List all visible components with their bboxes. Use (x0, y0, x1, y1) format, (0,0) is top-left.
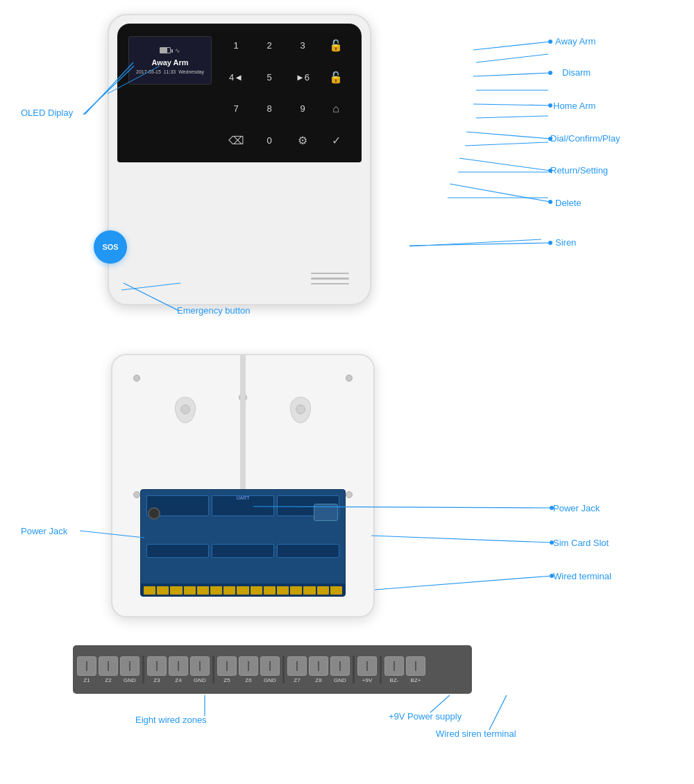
terminal-bz-plus: BZ+ (406, 656, 425, 683)
terminal-screw-gnd1[interactable] (120, 656, 139, 676)
key-away-arm[interactable]: 🔓 (325, 35, 346, 56)
terminal-z2: Z2 (99, 656, 118, 683)
power-jack-right-label: Power Jack (553, 503, 600, 515)
pcb-terminals (141, 583, 345, 596)
terminal-screw-z6[interactable] (239, 656, 258, 676)
siren-label: Siren (555, 237, 576, 249)
terminal-screw-bz-plus[interactable] (406, 656, 425, 676)
disarm-label: Disarm (562, 67, 591, 79)
key-2[interactable]: 2 (259, 35, 280, 56)
screw-tl (133, 375, 140, 382)
screen-area: ∿ Away Arm 2017-03-15 11:33 Wednesday 1 … (117, 24, 362, 162)
terminal-strip-section: Z1 Z2 GND Z3 Z4 (0, 638, 694, 784)
pcb-chip-5 (212, 544, 274, 558)
svg-line-34 (430, 695, 450, 713)
terminal-z5: Z5 (217, 656, 237, 683)
oled-display: ∿ Away Arm 2017-03-15 11:33 Wednesday (128, 36, 212, 85)
emergency-label: Emergency button (177, 305, 251, 317)
oled-status-text: Away Arm (151, 58, 188, 67)
svg-line-29 (375, 576, 552, 590)
pcb-components (146, 495, 339, 582)
terminal-screw-z3[interactable] (147, 656, 167, 676)
battery-icon (160, 47, 171, 53)
terminal-9v: +9V (357, 656, 377, 683)
terminal-screw-z1[interactable] (77, 656, 96, 676)
screw-br (346, 491, 353, 498)
sim-slot (314, 504, 338, 521)
svg-line-35 (489, 695, 507, 730)
device-front: ∿ Away Arm 2017-03-15 11:33 Wednesday 1 … (108, 14, 371, 305)
return-setting-label: Return/Setting (550, 165, 608, 177)
terminal-gnd1: GND (120, 656, 139, 683)
svg-line-7 (409, 239, 541, 246)
terminal-z7: Z7 (287, 656, 307, 683)
terminal-screw-z7[interactable] (287, 656, 307, 676)
sos-button[interactable]: SOS (94, 230, 127, 264)
wired-terminal-label: Wired terminal (553, 571, 611, 583)
wifi-icon: ∿ (175, 47, 180, 54)
terminal-gnd3: GND (260, 656, 280, 683)
svg-line-28 (371, 536, 552, 543)
sos-label: SOS (102, 243, 118, 251)
terminal-gnd2: GND (190, 656, 210, 683)
terminal-z8: Z8 (309, 656, 328, 683)
uart-label: UART (237, 495, 250, 500)
dial-confirm-label: Dial/Confirm/Play (550, 133, 620, 145)
key-setting[interactable]: ⚙ (292, 130, 313, 151)
terminal-screw-z4[interactable] (169, 656, 188, 676)
siren-grill (311, 273, 349, 285)
svg-line-3 (476, 116, 548, 118)
mounting-tab (240, 355, 246, 499)
terminal-z3: Z3 (147, 656, 167, 683)
terminal-screw-gnd3[interactable] (260, 656, 280, 676)
terminal-screw-z5[interactable] (217, 656, 237, 676)
terminal-strip: Z1 Z2 GND Z3 Z4 (73, 645, 472, 694)
svg-line-1 (476, 54, 548, 62)
key-disarm[interactable]: 🔓 (325, 67, 346, 87)
wired-siren-label: Wired siren terminal (436, 728, 516, 740)
away-arm-label: Away Arm (555, 36, 595, 48)
key-6[interactable]: ►6 (292, 67, 313, 87)
key-delete[interactable]: ⌫ (226, 130, 246, 151)
key-7[interactable]: 7 (226, 99, 246, 119)
back-panel-section: UART Power Jack Power Jack Sim Card Slot… (0, 340, 694, 638)
key-5[interactable]: 5 (259, 67, 280, 87)
terminal-screw-bz-minus[interactable] (384, 656, 404, 676)
device-back: UART (111, 354, 375, 617)
key-4[interactable]: 4◄ (226, 67, 246, 87)
screw-tr (346, 375, 353, 382)
mounting-hole-left (175, 397, 196, 423)
key-8[interactable]: 8 (259, 99, 280, 119)
oled-display-label: OLED Diplay (21, 108, 73, 119)
power-jack-back (148, 507, 160, 520)
terminal-screw-gnd2[interactable] (190, 656, 210, 676)
pcb-chip-4 (146, 544, 209, 558)
terminal-gnd4: GND (330, 656, 350, 683)
terminal-screw-9v[interactable] (357, 656, 377, 676)
sim-card-label: Sim Card Slot (553, 538, 609, 549)
svg-line-4 (465, 142, 548, 146)
terminal-screw-gnd4[interactable] (330, 656, 350, 676)
terminal-bz-minus: BZ- (384, 656, 404, 683)
power-jack-left-label: Power Jack (21, 526, 67, 538)
terminal-screw-z2[interactable] (99, 656, 118, 676)
keypad-area: 1 2 3 🔓 4◄ 5 ►6 🔓 7 8 9 ⌂ ⌫ 0 (220, 31, 352, 155)
terminal-z6: Z6 (239, 656, 258, 683)
screw-bl (133, 491, 140, 498)
pcb-board: UART (140, 489, 346, 597)
key-3[interactable]: 3 (292, 35, 313, 56)
key-9[interactable]: 9 (292, 99, 313, 119)
terminal-z4: Z4 (169, 656, 188, 683)
terminal-screw-z8[interactable] (309, 656, 328, 676)
pcb-chip-6 (277, 544, 339, 558)
power-supply-label: +9V Power supply (389, 711, 462, 723)
key-0[interactable]: 0 (259, 130, 280, 151)
oled-datetime: 2017-03-15 11:33 Wednesday (136, 69, 204, 74)
key-home-arm[interactable]: ⌂ (325, 99, 346, 119)
mounting-hole-right (290, 397, 311, 423)
key-1[interactable]: 1 (226, 35, 246, 56)
home-arm-label: Home Arm (553, 101, 595, 112)
eight-wired-zones-label: Eight wired zones (135, 715, 207, 726)
key-confirm[interactable]: ✓ (325, 130, 346, 151)
delete-label: Delete (555, 198, 582, 210)
